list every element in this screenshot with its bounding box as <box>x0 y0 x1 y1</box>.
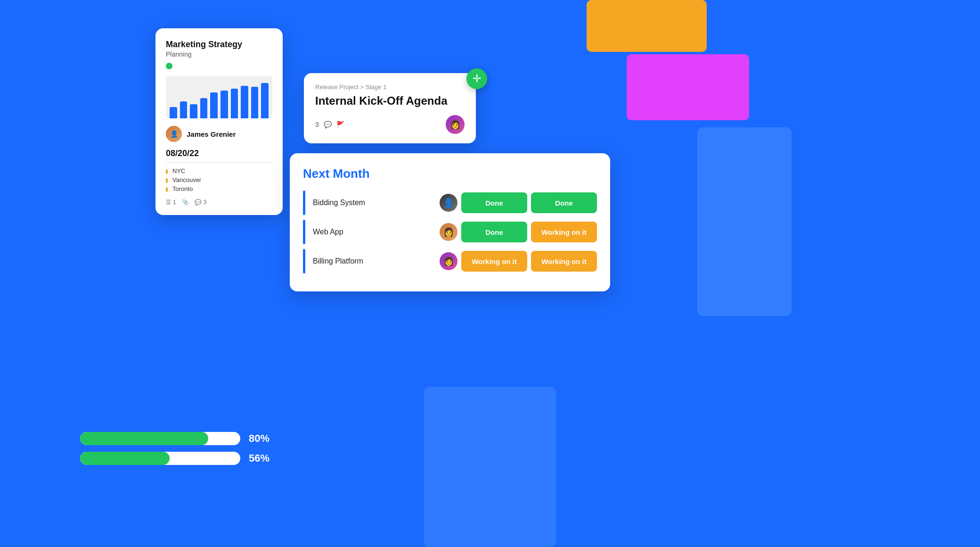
card-footer: ☰ 1 📎 💬 3 <box>166 199 272 206</box>
marketing-card: Marketing Strategy Planning 👤 James Gren… <box>155 28 283 215</box>
status-webapp-2: Working on it <box>531 222 597 242</box>
comment-count: 3 <box>315 121 319 128</box>
row-indicator <box>303 191 305 215</box>
progress-row-1: 80% <box>80 432 270 445</box>
progress-label-1: 80% <box>249 432 270 445</box>
kickoff-footer: 3 💬 🚩 👩 <box>315 115 465 134</box>
table-row: Bidding System 👤 Done Done <box>303 191 597 215</box>
status-bidding-1: Done <box>461 192 527 213</box>
locations-list: NYC Vancouver Toronto <box>166 167 272 192</box>
bar-chart <box>166 76 272 118</box>
comment-icon: 💬 <box>324 121 332 128</box>
user-name: James Grenier <box>187 130 236 138</box>
avatar: 👤 <box>166 126 182 142</box>
status-bidding-2: Done <box>531 192 597 213</box>
avatar-webapp-img: 👩 <box>440 223 457 241</box>
marketing-card-subtitle: Planning <box>166 50 272 58</box>
status-dot <box>166 63 172 69</box>
row-avatar-webapp: 👩 <box>440 223 457 241</box>
kickoff-avatar-img: 👩 <box>450 119 460 130</box>
marketing-card-title: Marketing Strategy <box>166 40 272 50</box>
progress-track-2 <box>80 452 240 465</box>
bg-blue-bottom-rect <box>424 387 556 547</box>
row-name-bidding: Bidding System <box>309 199 436 207</box>
progress-fill-1 <box>80 432 208 445</box>
kickoff-card: Release Project > Stage 1 Internal Kick-… <box>304 73 476 143</box>
tasks-icon: ☰ <box>166 199 171 206</box>
flag-icon: 🚩 <box>336 121 344 128</box>
chart-bar <box>170 107 177 118</box>
comment-icon: 💬 <box>195 199 202 206</box>
divider <box>166 162 272 163</box>
row-indicator <box>303 249 305 274</box>
chart-bar <box>210 92 218 118</box>
paperclip-icon: 📎 <box>182 199 189 206</box>
footer-attachments: 📎 <box>182 199 189 206</box>
row-name-webapp: Web App <box>309 228 436 236</box>
kickoff-title: Internal Kick-Off Agenda <box>315 94 465 108</box>
avatar-bidding-img: 👤 <box>440 194 457 212</box>
table-title: Next Month <box>303 166 597 181</box>
progress-section: 80% 56% <box>80 432 270 472</box>
status-billing-2: Working on it <box>531 251 597 272</box>
row-indicator <box>303 220 305 244</box>
bg-orange-rect <box>587 0 707 52</box>
bg-magenta-rect <box>627 54 749 120</box>
chart-bar <box>231 89 238 118</box>
progress-fill-2 <box>80 452 170 465</box>
chart-bar <box>251 87 259 118</box>
chart-bar <box>261 83 269 118</box>
chart-bar <box>200 98 208 118</box>
location-vancouver: Vancouver <box>166 176 272 183</box>
table-row: Web App 👩 Done Working on it <box>303 220 597 244</box>
kickoff-icons: 3 💬 🚩 <box>315 121 344 128</box>
avatar-billing-img: 👩 <box>440 252 457 270</box>
chart-bar <box>190 104 197 118</box>
avatar-img: 👤 <box>166 126 182 142</box>
chart-bar <box>241 86 248 118</box>
row-name-billing: Billing Platform <box>309 257 436 265</box>
footer-tasks: ☰ 1 <box>166 199 176 206</box>
progress-track-1 <box>80 432 240 445</box>
progress-label-2: 56% <box>249 452 270 464</box>
row-avatar-bidding: 👤 <box>440 194 457 212</box>
footer-comments: 💬 3 <box>195 199 207 206</box>
chart-bar <box>180 101 188 118</box>
kickoff-breadcrumb: Release Project > Stage 1 <box>315 83 465 91</box>
status-billing-1: Working on it <box>461 251 527 272</box>
progress-row-2: 56% <box>80 452 270 465</box>
kickoff-avatar: 👩 <box>446 115 465 134</box>
location-nyc: NYC <box>166 167 272 174</box>
location-toronto: Toronto <box>166 185 272 192</box>
table-card: Next Month Bidding System 👤 Done Done We… <box>290 153 610 291</box>
user-row: 👤 James Grenier <box>166 126 272 142</box>
move-icon[interactable]: ✛ <box>466 68 487 89</box>
chart-bar <box>220 91 228 118</box>
move-icon-symbol: ✛ <box>473 73 481 85</box>
row-avatar-billing: 👩 <box>440 252 457 270</box>
table-row: Billing Platform 👩 Working on it Working… <box>303 249 597 274</box>
bg-blue-light-rect <box>697 127 792 316</box>
status-webapp-1: Done <box>461 222 527 242</box>
date-text: 08/20/22 <box>166 149 272 158</box>
